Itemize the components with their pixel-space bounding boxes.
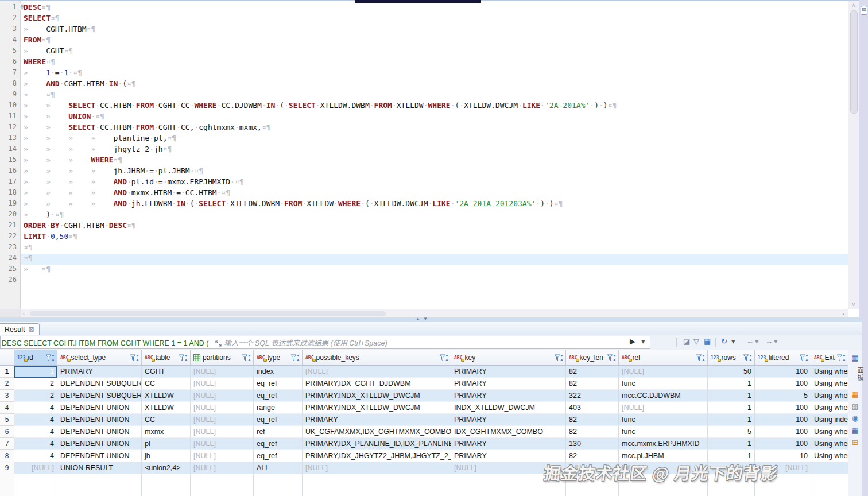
- row-number[interactable]: 4: [0, 402, 14, 414]
- empty-cell[interactable]: [191, 474, 254, 486]
- cell-key_len[interactable]: 82: [566, 366, 619, 378]
- column-header-select_type[interactable]: ABCselect_type: [57, 350, 142, 366]
- calc-panel-icon[interactable]: ▦: [848, 390, 862, 398]
- gutter-line-number[interactable]: 1⊖: [0, 3, 20, 14]
- refresh-dropdown[interactable]: ▾: [731, 337, 735, 346]
- metadata-panel-icon[interactable]: ◉: [848, 414, 862, 423]
- cell-possible_keys[interactable]: [NULL]: [303, 462, 451, 474]
- code-line[interactable]: » CGHT¤¶: [21, 46, 848, 57]
- cell-filtered[interactable]: 100: [755, 426, 811, 438]
- restore-panel-icon[interactable]: [861, 6, 867, 15]
- tab-result[interactable]: Result⊠: [0, 323, 40, 335]
- cell-rows[interactable]: 1: [708, 402, 755, 414]
- code-line[interactable]: » » SELECT·CC.HTBM·FROM·CGHT·CC,·cghtmxm…: [21, 123, 848, 134]
- row-number[interactable]: 6: [0, 426, 14, 438]
- column-header-Extra[interactable]: ABCExtra: [811, 350, 848, 366]
- cell-type[interactable]: eq_ref: [254, 450, 303, 462]
- panels-vertical-label[interactable]: 面板: [851, 365, 865, 384]
- cell-ref[interactable]: func: [619, 414, 708, 426]
- code-line[interactable]: ¤¶: [21, 243, 848, 254]
- empty-cell[interactable]: [254, 486, 303, 496]
- horizontal-scroll-thumb[interactable]: [30, 311, 386, 316]
- cell-partitions[interactable]: [NULL]: [191, 450, 254, 462]
- code-line[interactable]: DESC¤¶: [21, 3, 848, 14]
- gutter-line-number[interactable]: 10: [0, 101, 20, 112]
- gutter-line-number[interactable]: 21: [0, 221, 20, 232]
- cell-table[interactable]: CC: [142, 378, 191, 390]
- row-number[interactable]: 8: [0, 450, 14, 462]
- column-header-ref[interactable]: ABCref: [619, 350, 708, 366]
- cell-possible_keys[interactable]: PRIMARY,IDX_CGHT_DJDWBM: [303, 378, 451, 390]
- cell-key_len[interactable]: 322: [566, 390, 619, 402]
- gutter-line-number[interactable]: 15: [0, 156, 20, 166]
- gutter-line-number[interactable]: 19: [0, 199, 20, 210]
- cell-table[interactable]: pl: [142, 438, 191, 450]
- empty-cell[interactable]: [142, 486, 191, 496]
- row-number[interactable]: 7: [0, 438, 14, 450]
- code-line[interactable]: » ¤¶: [21, 265, 848, 276]
- cell-id[interactable]: 4: [14, 414, 57, 426]
- cell-Extra[interactable]: Using where: [811, 402, 848, 414]
- column-header-rows[interactable]: 123rows: [708, 350, 755, 366]
- cell-filtered[interactable]: 100: [755, 378, 811, 390]
- cell-type[interactable]: eq_ref: [254, 378, 303, 390]
- row-number[interactable]: 3: [0, 390, 14, 402]
- cell-select_type[interactable]: DEPENDENT UNION: [57, 414, 142, 426]
- cell-select_type[interactable]: PRIMARY: [57, 366, 142, 378]
- cell-select_type[interactable]: DEPENDENT UNION: [57, 402, 142, 414]
- cell-id[interactable]: 4: [14, 426, 57, 438]
- cell-ref[interactable]: mcc.CC.DJDWBM: [619, 390, 708, 402]
- cell-table[interactable]: XTLLDW: [142, 390, 191, 402]
- cell-partitions[interactable]: [NULL]: [191, 402, 254, 414]
- cell-table[interactable]: mxmx: [142, 426, 191, 438]
- clear-filter-button[interactable]: ◪: [683, 337, 690, 346]
- empty-cell[interactable]: [14, 474, 57, 486]
- code-line[interactable]: » » » » AND·jh.LLDWBM·IN·(·SELECT·XTLLDW…: [21, 199, 848, 210]
- cell-possible_keys[interactable]: [NULL]: [303, 366, 451, 378]
- grid-settings-button[interactable]: ▦: [704, 337, 711, 346]
- cell-select_type[interactable]: DEPENDENT UNION: [57, 450, 142, 462]
- cell-id[interactable]: [NULL]: [14, 462, 57, 474]
- code-line[interactable]: » » SELECT·CC.HTBM·FROM·CGHT·CC·WHERE·CC…: [21, 101, 848, 112]
- row-number[interactable]: 2: [0, 378, 14, 390]
- back-dropdown[interactable]: ▾: [755, 337, 759, 346]
- cell-select_type[interactable]: DEPENDENT UNION: [57, 438, 142, 450]
- gutter-line-number[interactable]: 16: [0, 166, 20, 177]
- gutter-line-number[interactable]: 26: [0, 276, 20, 286]
- cell-id[interactable]: 2: [14, 390, 57, 402]
- cell-type[interactable]: eq_ref: [254, 438, 303, 450]
- column-header-table[interactable]: ABCtable: [142, 350, 191, 366]
- grid-corner-cell[interactable]: [0, 350, 14, 366]
- cell-rows[interactable]: 1: [708, 390, 755, 402]
- code-line[interactable]: » 1·=·1·¤¶: [21, 68, 848, 79]
- cell-ref[interactable]: func: [619, 378, 708, 390]
- cell-partitions[interactable]: [NULL]: [191, 390, 254, 402]
- code-line[interactable]: FROM¤¶: [21, 36, 848, 46]
- cell-type[interactable]: ref: [254, 426, 303, 438]
- cell-id[interactable]: 4: [14, 402, 57, 414]
- empty-cell[interactable]: [303, 474, 451, 486]
- cell-Extra[interactable]: Using where: [811, 450, 848, 462]
- cell-filtered[interactable]: 100: [755, 366, 811, 378]
- cell-key_len[interactable]: 82: [566, 414, 619, 426]
- cell-id[interactable]: 4: [14, 450, 57, 462]
- column-header-partitions[interactable]: partitions: [191, 350, 254, 366]
- panels-toggle-icon[interactable]: ▦: [848, 354, 862, 362]
- cell-possible_keys[interactable]: PRIMARY,INDX_XTLLDW_DWCJM: [303, 402, 451, 414]
- row-number[interactable]: [0, 474, 14, 486]
- gutter-line-number[interactable]: 14: [0, 145, 20, 156]
- cell-key[interactable]: PRIMARY: [451, 378, 566, 390]
- filter-sort-icon[interactable]: [179, 354, 188, 362]
- code-line[interactable]: » » » » jh.JHBM·=·pl.JHBM·¤¶: [21, 166, 848, 177]
- gutter-line-number[interactable]: 18: [0, 188, 20, 199]
- sql-code-area[interactable]: DESC¤¶SELECT¤¶» CGHT.HTBM¤¶FROM¤¶» CGHT¤…: [21, 1, 848, 309]
- gutter-line-number[interactable]: 7: [0, 68, 20, 79]
- cell-key_len[interactable]: 130: [566, 438, 619, 450]
- cell-key_len[interactable]: 82: [566, 426, 619, 438]
- empty-cell[interactable]: [451, 486, 566, 496]
- cell-key[interactable]: PRIMARY: [451, 390, 566, 402]
- cell-select_type[interactable]: DEPENDENT SUBQUERY: [57, 378, 142, 390]
- code-line[interactable]: » CGHT.HTBM¤¶: [21, 25, 848, 36]
- gutter-line-number[interactable]: 22: [0, 232, 20, 243]
- cell-possible_keys[interactable]: UK_CGFAMXMX,IDX_CGHTMXMX_COMBO,PK_CGH: [303, 426, 451, 438]
